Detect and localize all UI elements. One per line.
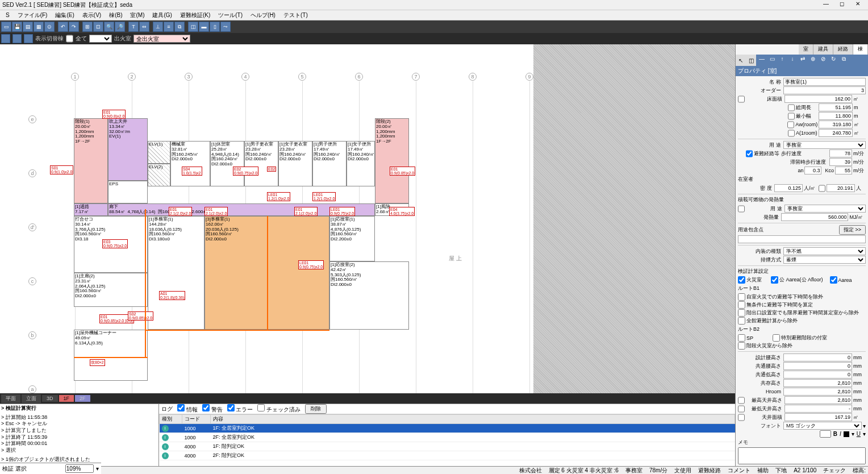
menu-room[interactable]: 室(M) [127,11,148,19]
room[interactable]: 機械室 32.81㎡ 国160.245/㎡ DI2.000±0 [170,141,210,186]
prop-a1room-input[interactable] [819,129,853,137]
h3-input[interactable] [783,371,852,379]
prop-cspeed-input[interactable] [829,158,852,166]
filter-warn-check[interactable] [202,404,210,411]
cursor-icon[interactable]: ↖ [736,57,746,64]
prop-tab-route[interactable]: 経路 [833,44,853,55]
room[interactable]: [1]事務室(1) 144.28㎡ 18.036人(0.125) 国160.56… [148,216,205,330]
filter-checked-check[interactable] [257,404,265,411]
check-aarea[interactable] [771,276,778,284]
tool-doc-icon[interactable]: ▤ [23,22,33,32]
view-btn2[interactable] [12,34,22,43]
menu-verification[interactable]: 避難検証(K) [177,11,214,19]
tab-2f[interactable]: 2F [75,395,90,402]
room[interactable]: [1]主廊(2) 23.31㎡ 2.064人(0.125) 国160.560/㎡… [74,273,148,307]
exit-label[interactable]: E03 0.9(0.75)x2.0 [102,239,128,248]
room[interactable]: [1]応接室(1) 38.87㎡ 4.876人(0.125) 国160.560/… [329,216,375,261]
bold-icon[interactable]: B [833,431,837,437]
prop-order-input[interactable] [783,86,866,94]
tab-plan[interactable]: 平面 [1,394,20,403]
prop-area-input[interactable] [784,95,852,103]
font-size-dropdown[interactable]: ▾ [863,423,866,429]
prop-interior-select[interactable]: 準不燃 [783,247,866,255]
menu-fixture[interactable]: 建具(G) [149,11,175,19]
h7-input[interactable] [784,405,852,413]
exit-label[interactable]: E04 4.0(3.75)x2.0 [389,207,415,216]
log-row[interactable]: i40002F: 階判定OK [160,451,735,460]
tool-cursor-icon[interactable]: ▭ [1,22,11,32]
building-select[interactable] [89,35,112,43]
prop-an-input[interactable] [804,167,821,174]
tab-1f[interactable]: 1F [59,395,74,402]
tab-elev[interactable]: 立面 [22,394,41,403]
exit-label[interactable]: S02 0.9(0.85)x2.0 [128,311,153,321]
prop-tab-building[interactable]: 棟 [853,44,868,55]
h1-input[interactable] [783,354,852,361]
menu-tool[interactable]: ツール(T) [215,11,246,19]
room[interactable]: [1]通路 7.17㎡ [74,203,108,216]
log-table[interactable]: 種別 コード 内容 i10001F: 全居室判定OKi10002F: 全居室判定… [159,414,735,466]
b1-check4[interactable] [738,317,745,325]
check-fire[interactable] [738,276,745,284]
tool-zoomfit-icon[interactable]: ⊡ [93,22,103,32]
room[interactable]: 階段(1) 20.00㎡ 1,200mm 1,200mm 1F→2F [74,118,108,203]
prop-speed-input[interactable] [829,149,852,157]
menu-help[interactable]: ヘルプ(H) [247,11,279,19]
room[interactable]: [1]屋外機械コーナー 49.09㎡ 6.134人(0.35) [74,330,148,381]
prop-area-check[interactable] [738,95,745,103]
exit-label[interactable]: E02 [267,167,276,172]
zoom-dropdown-icon[interactable]: ▾ [96,465,99,466]
room[interactable]: [1]女子便所 17.49㎡ 国160.240/㎡ DI2.000±0 [347,141,375,186]
log-row[interactable]: i10001F: 全居室判定OK [160,424,735,433]
prop-a1room-check[interactable] [788,130,795,137]
exit-label[interactable]: E01 0.9(0.8)x2.0 [102,110,126,119]
check-aarea2[interactable] [830,276,837,284]
room[interactable]: 階段(2) 20.00㎡ 1,200mm 1,200mm 1F→2F [375,118,409,203]
tool-measure-icon[interactable]: ▦ [34,22,44,32]
zoom-input[interactable] [65,464,94,466]
room[interactable]: [1]休憩室 25.28㎡ 4,948人(0.14) 国160.240/㎡ DI… [210,141,244,186]
log-col-content[interactable]: 内容 [211,415,735,424]
room[interactable]: EPS [108,181,148,203]
prop-use-select[interactable]: 事務室 [783,141,866,149]
prop-minw-check[interactable] [788,113,795,120]
exit-label[interactable]: LE01 1.2(1.0)x2.0 [312,192,336,201]
menu-test[interactable]: テスト(T) [280,11,311,19]
exit-label[interactable]: 吹80×2 [90,359,105,366]
b2-ex-check[interactable] [738,342,745,350]
align-up-icon[interactable]: ↑ [778,56,787,65]
prop-tab-fixture[interactable]: 建具 [813,44,833,55]
exit-label[interactable]: LE01 1.2(1.0)x2.0 [267,192,290,201]
mirror-icon[interactable]: ⇄ [798,56,807,65]
filter-err-check[interactable] [227,404,235,411]
close-button[interactable]: ✕ [850,1,866,10]
log-col-code[interactable]: コード [182,415,211,424]
exit-label[interactable]: E01 0.9(0.85)x2.0 [390,167,415,176]
prop-pers-input[interactable] [827,184,855,192]
tool-wall-icon[interactable]: ▬ [199,22,209,32]
tool-save-icon[interactable]: 💾 [12,22,22,32]
cube-icon[interactable]: ◫ [746,57,756,64]
prop-combuse-select[interactable]: 事務室 [784,205,866,213]
menu-view[interactable]: 表示(V) [79,11,105,19]
draw-tool-icon[interactable]: — [757,56,766,65]
tool-text-icon[interactable]: T [128,22,139,32]
h6-check[interactable] [738,397,745,404]
filter-delete-button[interactable]: 削除 [305,404,327,414]
tool-redo-icon[interactable]: ↷ [69,22,79,32]
h4-input[interactable] [783,379,852,387]
join-icon[interactable]: ⊕ [808,56,817,65]
exit-label[interactable]: LE01 0.9(0.75)x2.0 [298,260,324,269]
h6-input[interactable] [784,396,852,404]
tool-layers-icon[interactable]: ◫ [188,22,198,32]
tool-undo-icon[interactable]: ↶ [58,22,68,32]
prop-combuse-check[interactable] [738,205,745,213]
exit-label[interactable]: E01 2.1(2.0)x2.0 [205,207,228,216]
h8-input[interactable] [784,413,852,421]
memo-input[interactable] [738,447,866,464]
minimize-button[interactable]: — [818,1,834,10]
italic-icon[interactable]: I [840,431,841,437]
prop-pers-check[interactable] [819,185,825,192]
room[interactable]: 吹上天井 13.34㎡ 32.00㎡/m EV(1) [108,118,148,181]
room[interactable]: ELV(2) [148,164,170,186]
